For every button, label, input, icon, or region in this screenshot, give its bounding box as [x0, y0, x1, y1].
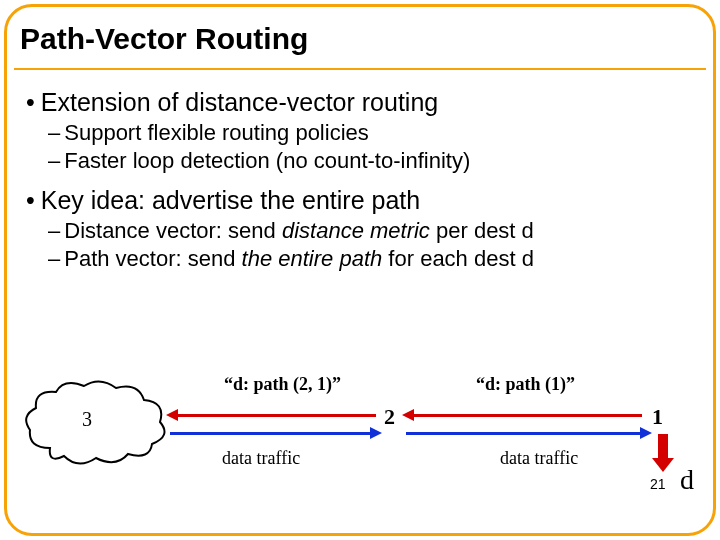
traffic-label-left: data traffic [222, 448, 300, 469]
subbullet-1b: –Faster loop detection (no count-to-infi… [48, 147, 700, 175]
bullet-2-text: Key idea: advertise the entire path [41, 186, 420, 214]
diagram: 3 “d: path (2, 1)” 2 “d: path (1)” 1 dat… [14, 360, 706, 520]
arrow-red-1 [412, 414, 642, 417]
bullet-1-text: Extension of distance-vector routing [41, 88, 438, 116]
content-area: •Extension of distance-vector routing –S… [26, 82, 700, 272]
page-number: 21 [650, 476, 666, 492]
arrow-down-d [658, 434, 668, 460]
cloud-icon [20, 378, 170, 468]
node-2: 2 [384, 404, 395, 430]
subbullet-2b: –Path vector: send the entire path for e… [48, 245, 700, 273]
cloud-label: 3 [82, 408, 92, 431]
subbullet-1a-text: Support flexible routing policies [64, 120, 369, 145]
dest-label: d [680, 464, 694, 496]
path-label-1: “d: path (1)” [476, 374, 575, 395]
subbullet-1b-text: Faster loop detection (no count-to-infin… [64, 148, 470, 173]
path-label-21: “d: path (2, 1)” [224, 374, 341, 395]
cloud-shape [20, 378, 170, 468]
node-1: 1 [652, 404, 663, 430]
title-bar: Path-Vector Routing [14, 10, 706, 70]
traffic-label-right: data traffic [500, 448, 578, 469]
slide-title: Path-Vector Routing [14, 22, 308, 56]
bullet-2: •Key idea: advertise the entire path [26, 186, 700, 215]
subbullet-2a: –Distance vector: send distance metric p… [48, 217, 700, 245]
arrow-blue-left [170, 432, 372, 435]
subbullet-1a: –Support flexible routing policies [48, 119, 700, 147]
arrow-red-21 [176, 414, 376, 417]
arrow-blue-right [406, 432, 642, 435]
bullet-1: •Extension of distance-vector routing [26, 88, 700, 117]
